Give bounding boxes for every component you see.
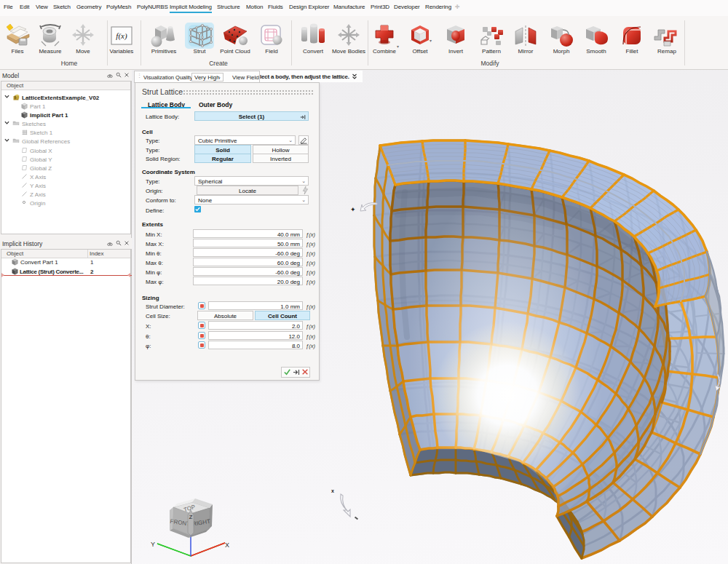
svg-text:Z: Z xyxy=(189,514,193,520)
svg-text:f(x): f(x) xyxy=(116,31,127,41)
